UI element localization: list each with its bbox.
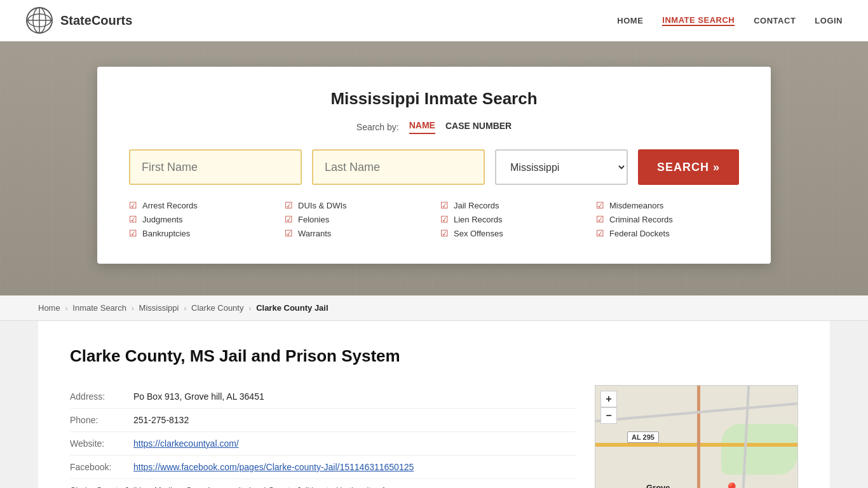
search-button[interactable]: SEARCH » [638, 149, 739, 185]
map-container[interactable]: AL 295 Grove 📍 + − [595, 385, 798, 488]
tab-name[interactable]: NAME [409, 120, 435, 134]
check-icon-sex: ☑ [440, 228, 449, 238]
check-warrants: ☑ Warrants [285, 228, 428, 238]
check-label-duis: DUIs & DWIs [298, 201, 347, 210]
first-name-input[interactable] [129, 149, 302, 185]
address-label: Address: [70, 391, 133, 402]
breadcrumb-sep-3: › [184, 304, 186, 312]
website-label: Website: [70, 438, 133, 449]
check-icon-misd: ☑ [596, 200, 604, 210]
main-content: Clarke County, MS Jail and Prison System… [38, 321, 830, 488]
breadcrumb-sep-4: › [248, 304, 251, 312]
map-city-label: Grove [646, 483, 670, 488]
info-section: Address: Po Box 913, Grove hill, AL 3645… [70, 385, 576, 488]
check-misdemeanors: ☑ Misdemeanors [596, 200, 739, 210]
nav-contact[interactable]: CONTACT [754, 16, 796, 25]
check-icon-warr: ☑ [285, 228, 293, 238]
facebook-label: Facebook: [70, 462, 133, 472]
search-by-label: Search by: [356, 122, 399, 132]
breadcrumb-current: Clarke County Jail [256, 303, 328, 313]
check-label-fed: Federal Dockets [609, 229, 670, 238]
logo-text: StateCourts [60, 13, 132, 28]
tab-case-number[interactable]: CASE NUMBER [445, 121, 512, 133]
phone-value: 251-275-8132 [133, 415, 189, 425]
logo-area[interactable]: StateCourts [25, 6, 132, 35]
check-label-arrest: Arrest Records [142, 201, 198, 210]
check-icon-duis: ☑ [285, 200, 293, 210]
check-label-bank: Bankruptcies [142, 229, 190, 238]
facebook-row: Facebook: https://www.facebook.com/pages… [70, 456, 576, 479]
check-icon-fed: ☑ [596, 228, 604, 238]
check-jail-records: ☑ Jail Records [440, 200, 583, 210]
check-bankruptcies: ☑ Bankruptcies [129, 228, 272, 238]
check-label-sex: Sex Offenses [454, 229, 503, 238]
site-header: StateCourts HOME INMATE SEARCH CONTACT L… [0, 0, 868, 41]
breadcrumb-home[interactable]: Home [38, 303, 60, 313]
facility-description: Clarke County Jail is a Medium Security … [70, 484, 576, 488]
logo-icon [25, 6, 54, 35]
breadcrumb-sep-2: › [132, 304, 134, 312]
state-select[interactable]: Mississippi Alabama Alaska [495, 149, 628, 185]
check-federal: ☑ Federal Dockets [596, 228, 739, 238]
feature-checkboxes: ☑ Arrest Records ☑ DUIs & DWIs ☑ Jail Re… [129, 200, 739, 238]
nav-inmate-search[interactable]: INMATE SEARCH [662, 15, 735, 26]
check-icon-arrest: ☑ [129, 200, 137, 210]
website-link[interactable]: https://clarkecountyal.com/ [133, 438, 239, 449]
check-icon-lien: ☑ [440, 214, 449, 224]
search-form: Mississippi Alabama Alaska SEARCH » [129, 149, 739, 185]
check-sex-offenses: ☑ Sex Offenses [440, 228, 583, 238]
phone-row: Phone: 251-275-8132 [70, 409, 576, 432]
facility-title: Clarke County, MS Jail and Prison System [70, 346, 798, 366]
breadcrumb-inmate-search[interactable]: Inmate Search [72, 303, 126, 313]
phone-label: Phone: [70, 415, 133, 425]
check-label-lien: Lien Records [454, 215, 503, 224]
check-label-judg: Judgments [142, 215, 183, 224]
map-zoom-out[interactable]: − [600, 407, 617, 424]
check-arrest-records: ☑ Arrest Records [129, 200, 272, 210]
main-nav: HOME INMATE SEARCH CONTACT LOGIN [617, 15, 843, 26]
check-label-misd: Misdemeanors [609, 201, 663, 210]
check-lien-records: ☑ Lien Records [440, 214, 583, 224]
breadcrumb: Home › Inmate Search › Mississippi › Cla… [0, 295, 868, 321]
check-label-crim: Criminal Records [609, 215, 673, 224]
content-map-row: Address: Po Box 913, Grove hill, AL 3645… [70, 385, 798, 488]
check-icon-judg: ☑ [129, 214, 137, 224]
check-label-jail: Jail Records [454, 201, 499, 210]
map-zoom-controls: + − [600, 391, 617, 424]
facebook-link[interactable]: https://www.facebook.com/pages/Clarke-co… [133, 462, 414, 472]
check-judgments: ☑ Judgments [129, 214, 272, 224]
last-name-input[interactable] [312, 149, 485, 185]
check-label-felon: Felonies [298, 215, 329, 224]
nav-login[interactable]: LOGIN [815, 16, 843, 25]
hero-section: Mississippi Inmate Search Search by: NAM… [0, 41, 868, 295]
search-by-row: Search by: NAME CASE NUMBER [129, 120, 739, 134]
map-zoom-in[interactable]: + [600, 391, 617, 407]
check-icon-jail: ☑ [440, 200, 449, 210]
breadcrumb-clarke-county[interactable]: Clarke County [191, 303, 243, 313]
check-icon-crim: ☑ [596, 214, 604, 224]
address-row: Address: Po Box 913, Grove hill, AL 3645… [70, 385, 576, 409]
check-criminal: ☑ Criminal Records [596, 214, 739, 224]
map-road-label: AL 295 [627, 431, 659, 443]
nav-home[interactable]: HOME [617, 16, 643, 25]
search-card: Mississippi Inmate Search Search by: NAM… [97, 67, 771, 264]
check-felonies: ☑ Felonies [285, 214, 428, 224]
breadcrumb-sep-1: › [65, 304, 68, 312]
breadcrumb-mississippi[interactable]: Mississippi [139, 303, 179, 313]
check-duis: ☑ DUIs & DWIs [285, 200, 428, 210]
check-icon-bank: ☑ [129, 228, 137, 238]
address-value: Po Box 913, Grove hill, AL 36451 [133, 391, 264, 402]
search-title: Mississippi Inmate Search [129, 89, 739, 109]
website-row: Website: https://clarkecountyal.com/ [70, 432, 576, 456]
check-label-warr: Warrants [298, 229, 331, 238]
map-pin: 📍 [723, 482, 740, 488]
check-icon-felon: ☑ [285, 214, 293, 224]
